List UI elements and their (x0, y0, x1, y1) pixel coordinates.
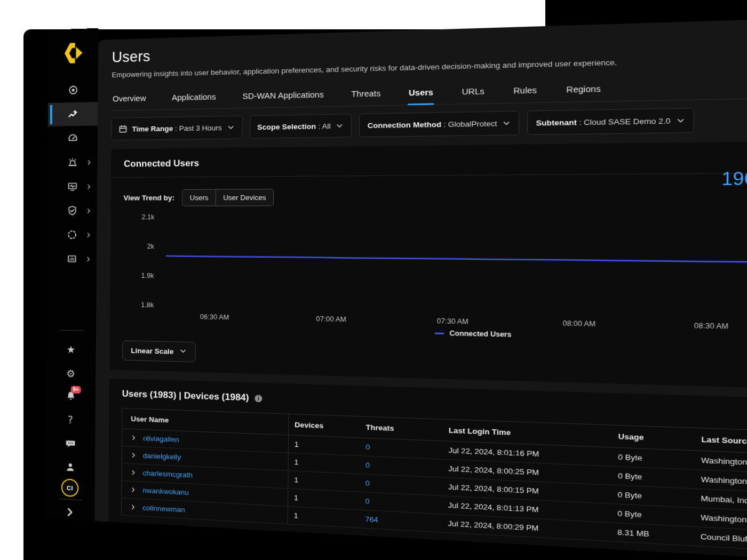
brand-logo-icon (62, 43, 84, 63)
x-axis-tick: 08:00 AM (563, 319, 596, 329)
filter-chip-text: Time Range : Past 3 Hours (132, 123, 221, 133)
sidebar-avatar[interactable]: CI (45, 478, 95, 498)
filter-chip-text: Connection Method : GlobalProtect (368, 119, 497, 130)
sidebar-divider-2 (45, 498, 95, 501)
sidebar-expand-button[interactable] (45, 506, 94, 519)
chevron-right-icon (86, 232, 92, 238)
sidebar-item-help[interactable]: ? (46, 407, 96, 433)
y-axis-tick: 1.9k (141, 272, 155, 280)
expand-row-icon[interactable] (130, 487, 136, 493)
info-icon[interactable] (255, 394, 263, 403)
dashboards-icon (67, 133, 78, 143)
sidebar-item-monitor[interactable] (47, 174, 97, 198)
sidebar-item-activity-insights[interactable] (48, 102, 98, 126)
chevron-down-icon (227, 123, 235, 131)
sidebar-item-settings[interactable]: ⚙ (46, 361, 96, 386)
tab-users[interactable]: Users (408, 82, 435, 105)
expand-sidebar-icon (65, 507, 75, 518)
tab-urls[interactable]: URLs (460, 81, 486, 104)
expand-row-icon[interactable] (131, 452, 137, 459)
trend-toggle-users[interactable]: Users (182, 190, 216, 206)
user-avatar[interactable]: CI (61, 478, 79, 497)
sidebar-item-feedback[interactable] (45, 431, 95, 457)
help-icon: ? (68, 414, 73, 425)
filter-chip-connection-method[interactable]: Connection Method : GlobalProtect (359, 111, 520, 138)
sidebar-item-command-center[interactable] (48, 78, 98, 102)
divider (59, 330, 83, 331)
legend-dash-icon (435, 332, 444, 334)
tab-regions[interactable]: Regions (565, 78, 602, 102)
sidebar-item-notifications[interactable]: 9+ (46, 383, 96, 409)
scale-selector[interactable]: Linear Scale (122, 340, 195, 362)
column-header-devices[interactable]: Devices (289, 414, 360, 438)
feedback-icon (65, 438, 76, 449)
sidebar-item-incidents-alerts[interactable] (47, 150, 97, 174)
last-source-region: Council Bluffs, United States (694, 527, 747, 556)
chevron-down-icon (179, 347, 186, 357)
expand-row-icon[interactable] (131, 435, 137, 441)
notification-badge: 9+ (70, 386, 81, 394)
incidents-alerts-icon (67, 157, 78, 167)
command-center-icon (68, 85, 78, 96)
view-trend-label: View Trend by: (123, 194, 174, 202)
user-name-link[interactable]: nwankwokanu (142, 486, 189, 497)
main-content: Users Empowering insights into user beha… (94, 12, 747, 560)
threats-link[interactable]: 0 (365, 443, 370, 451)
sidebar-item-favorites[interactable]: ★ (46, 337, 96, 362)
brand-logo (49, 42, 98, 64)
sidebar-item-workflows[interactable] (47, 223, 97, 247)
chevron-down-icon (503, 119, 511, 127)
sidebar-item-dashboards[interactable] (48, 126, 98, 150)
connected-users-title: Connected Users (124, 150, 747, 170)
connected-users-line (166, 256, 747, 264)
threats-link[interactable]: 764 (365, 515, 378, 524)
chevron-down-icon (676, 116, 685, 125)
sidebar: ★⚙9+?CI (45, 28, 98, 521)
connected-users-stat: 1963 (Currently Connected) (721, 167, 747, 190)
sidebar-item-account[interactable] (45, 454, 95, 480)
filter-chip-text: Scope Selection : All (257, 122, 331, 131)
y-axis-tick: 2k (147, 243, 155, 251)
chevron-down-icon (336, 122, 344, 130)
filter-chip-text: Subtenant : Cloud SASE Demo 2.0 (536, 116, 670, 127)
filter-chip-subtenant[interactable]: Subtenant : Cloud SASE Demo 2.0 (527, 108, 694, 135)
devices-count: 1 (289, 435, 360, 456)
threats-link[interactable]: 0 (365, 497, 369, 506)
x-axis-tick: 07:30 AM (437, 317, 468, 325)
expand-row-icon[interactable] (130, 504, 136, 510)
tab-sd-wan-applications[interactable]: SD-WAN Applications (241, 84, 325, 108)
app-window: ★⚙9+?CI Users Empowering insights into u… (45, 2, 747, 560)
user-name-link[interactable]: danielgkelly (143, 452, 181, 461)
x-axis-tick: 06:30 AM (200, 313, 229, 322)
filter-chip-time-range[interactable]: Time Range : Past 3 Hours (111, 116, 242, 141)
tab-applications[interactable]: Applications (171, 86, 217, 109)
threats-link[interactable]: 0 (365, 479, 369, 487)
tab-overview[interactable]: Overview (112, 88, 147, 110)
tab-rules[interactable]: Rules (512, 79, 538, 102)
sidebar-divider (46, 330, 96, 331)
x-axis-tick: 07:00 AM (316, 315, 346, 324)
favorites-icon: ★ (67, 344, 76, 354)
connected-users-card: Connected Users 1963 (Currently Connecte… (109, 139, 747, 394)
user-name-link[interactable]: colinnewman (142, 503, 185, 514)
filter-chip-scope-selection[interactable]: Scope Selection : All (249, 114, 352, 139)
user-name-link[interactable]: oliviagallen (143, 434, 179, 444)
tab-threats[interactable]: Threats (350, 83, 382, 106)
column-header-threats[interactable]: Threats (360, 417, 442, 441)
y-axis-tick: 1.8k (141, 301, 154, 309)
sidebar-item-manage[interactable] (47, 199, 97, 222)
users-table-title: Users (1983) | Devices (1984) (122, 388, 249, 403)
manage-icon (67, 205, 77, 216)
chevron-right-icon (86, 159, 92, 165)
chevron-right-icon (86, 183, 92, 189)
settings-icon: ⚙ (66, 369, 75, 379)
scale-selector-label: Linear Scale (131, 347, 173, 356)
threats-link[interactable]: 0 (365, 461, 370, 469)
expand-row-icon[interactable] (130, 469, 136, 476)
sidebar-item-reports[interactable] (47, 247, 97, 271)
column-header-usage[interactable]: Usage (612, 425, 695, 451)
x-axis-tick: 08:30 AM (694, 322, 728, 331)
monitor-icon (67, 181, 77, 192)
trend-toggle-user-devices[interactable]: User Devices (216, 189, 274, 205)
user-name-link[interactable]: charlesmcgrath (142, 469, 193, 479)
